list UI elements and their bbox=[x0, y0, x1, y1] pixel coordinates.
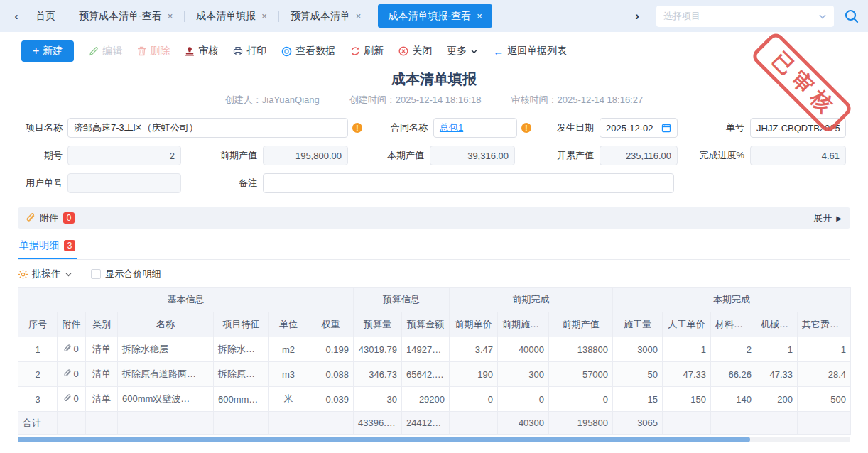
project-select-input[interactable] bbox=[663, 11, 818, 21]
print-button[interactable]: 打印 bbox=[233, 45, 266, 58]
progress-field[interactable] bbox=[750, 146, 846, 165]
col-unit: 单位 bbox=[269, 312, 308, 337]
group-header-row: 基本信息 预算信息 前期完成 本期完成 bbox=[18, 288, 851, 312]
paperclip-icon bbox=[64, 344, 72, 354]
col-seq: 序号 bbox=[18, 312, 58, 337]
col-other-price: 其它费单价 bbox=[798, 312, 851, 337]
progress-label: 完成进度% bbox=[693, 149, 744, 162]
doc-no-field[interactable] bbox=[750, 118, 846, 138]
detail-count-badge: 3 bbox=[64, 240, 75, 251]
remark-label: 备注 bbox=[213, 177, 257, 190]
col-weight: 权重 bbox=[308, 312, 354, 337]
creator-text: 创建人：JiaYuanQiang bbox=[225, 94, 320, 107]
paperclip-icon bbox=[64, 394, 72, 403]
table-row[interactable]: 2 0 清单 拆除原有道路两… 拆除原… m3 0.088 346.73 656… bbox=[18, 362, 851, 387]
audit-time-text: 审核时间：2025-12-14 18:16:27 bbox=[511, 94, 643, 107]
accum-output-label: 开累产值 bbox=[550, 149, 594, 162]
col-feature: 项目特征 bbox=[214, 312, 269, 337]
paperclip-icon bbox=[26, 213, 36, 224]
more-button[interactable]: 更多 bbox=[447, 45, 478, 58]
detail-tabs: 单据明细 3 bbox=[18, 239, 850, 260]
search-icon[interactable] bbox=[844, 9, 859, 24]
col-budget-qty: 预算量 bbox=[354, 312, 402, 337]
view-data-button[interactable]: 查看数据 bbox=[281, 45, 335, 58]
close-icon[interactable]: × bbox=[168, 11, 173, 21]
col-category: 类别 bbox=[86, 312, 118, 337]
current-output-field[interactable] bbox=[430, 146, 515, 165]
attachment-count-badge: 0 bbox=[63, 212, 75, 224]
scrollbar-thumb[interactable] bbox=[18, 437, 750, 442]
top-tab-bar: ‹ 首页 预算成本清单-查看× 成本清单填报× 预算成本清单× 成本清单填报-查… bbox=[0, 0, 868, 32]
stamp-icon bbox=[185, 46, 195, 56]
horizontal-scrollbar[interactable] bbox=[18, 437, 850, 442]
close-doc-button[interactable]: 关闭 bbox=[398, 45, 432, 58]
col-budget-amount: 预算金额 bbox=[402, 312, 450, 337]
table-row[interactable]: 1 0 清单 拆除水稳层 拆除水… m2 0.199 43019.79 1492… bbox=[18, 337, 851, 362]
edit-button[interactable]: 编辑 bbox=[89, 45, 122, 58]
group-prev-done: 前期完成 bbox=[450, 288, 613, 312]
prev-output-field[interactable] bbox=[263, 146, 348, 165]
doc-form: 项目名称 ! 合同名称 总包1 ! 发生日期 单号 期号 前期产值 本期产值 开… bbox=[0, 118, 868, 193]
chevron-left-icon[interactable]: ‹ bbox=[9, 10, 24, 22]
col-name: 名称 bbox=[118, 312, 214, 337]
project-select[interactable] bbox=[656, 6, 834, 27]
attachment-bar[interactable]: 附件 0 展开 ▶ bbox=[18, 207, 850, 229]
col-prev-price: 前期单价 bbox=[450, 312, 498, 337]
doc-no-label: 单号 bbox=[706, 121, 744, 134]
tab-budget-cost[interactable]: 预算成本清单× bbox=[279, 0, 373, 32]
refresh-button[interactable]: 刷新 bbox=[350, 45, 384, 58]
period-no-label: 期号 bbox=[18, 149, 63, 162]
info-icon[interactable]: ! bbox=[352, 123, 362, 133]
paperclip-icon bbox=[64, 369, 72, 378]
printer-icon bbox=[233, 46, 243, 56]
audit-button[interactable]: 审核 bbox=[185, 45, 218, 58]
chevron-down-icon bbox=[65, 271, 72, 278]
project-name-field[interactable] bbox=[67, 118, 348, 138]
triangle-right-icon: ▶ bbox=[836, 214, 842, 222]
attachment-label: 附件 bbox=[40, 212, 58, 224]
col-material-price: 材料单价 bbox=[711, 312, 756, 337]
contract-link[interactable]: 总包1 bbox=[440, 121, 463, 134]
accum-output-field[interactable] bbox=[600, 146, 678, 165]
refresh-icon bbox=[350, 46, 360, 56]
show-subtotal-checkbox[interactable]: 显示合价明细 bbox=[91, 268, 161, 280]
info-icon[interactable]: ! bbox=[521, 123, 531, 133]
trash-icon bbox=[137, 46, 146, 56]
app-window: ‹ 首页 预算成本清单-查看× 成本清单填报× 预算成本清单× 成本清单填报-查… bbox=[0, 0, 868, 453]
chevron-right-icon[interactable]: › bbox=[629, 9, 645, 23]
close-icon[interactable]: × bbox=[477, 11, 482, 21]
col-prev-qty: 前期施工量 bbox=[498, 312, 549, 337]
table-row[interactable]: 3 0 清单 600mm双壁波… 600mm… 米 0.039 30 29200… bbox=[18, 387, 851, 412]
close-icon[interactable]: × bbox=[356, 11, 362, 21]
period-no-field[interactable] bbox=[67, 146, 181, 165]
expand-button[interactable]: 展开 ▶ bbox=[813, 212, 842, 224]
tab-budget-cost-view[interactable]: 预算成本清单-查看× bbox=[67, 0, 184, 32]
pencil-icon bbox=[89, 46, 99, 56]
tab-cost-list-fill[interactable]: 成本清单填报× bbox=[185, 0, 278, 32]
checkbox-icon[interactable] bbox=[91, 269, 101, 279]
total-row: 合计 43396.520 244121.590 40300 195800 306… bbox=[18, 412, 851, 435]
batch-operation-button[interactable]: 批操作 bbox=[18, 268, 72, 280]
back-to-list-button[interactable]: ← 返回单据列表 bbox=[493, 45, 567, 58]
user-doc-no-field[interactable] bbox=[67, 173, 181, 193]
close-icon[interactable]: × bbox=[261, 11, 267, 21]
new-button[interactable]: + 新建 bbox=[21, 40, 74, 62]
detail-table: 基本信息 预算信息 前期完成 本期完成 序号 附件 类别 名称 项目特征 单位 … bbox=[18, 287, 850, 435]
toolbar: + 新建 编辑 删除 审核 打印 bbox=[0, 32, 868, 68]
user-doc-no-label: 用户单号 bbox=[18, 177, 63, 190]
delete-button[interactable]: 删除 bbox=[137, 45, 170, 58]
close-circle-icon bbox=[398, 46, 408, 56]
col-cur-qty: 施工量 bbox=[613, 312, 663, 337]
gear-icon bbox=[18, 269, 28, 280]
prev-output-label: 前期产值 bbox=[213, 149, 257, 162]
contract-name-field[interactable]: 总包1 bbox=[433, 118, 517, 138]
group-current-done: 本期完成 bbox=[613, 288, 851, 312]
tab-cost-list-fill-view-active[interactable]: 成本清单填报-查看× bbox=[378, 4, 492, 28]
tab-home[interactable]: 首页 bbox=[24, 0, 67, 32]
contract-name-label: 合同名称 bbox=[384, 121, 428, 134]
remark-field[interactable] bbox=[263, 173, 674, 193]
occur-date-field[interactable] bbox=[600, 118, 678, 138]
tab-detail[interactable]: 单据明细 3 bbox=[18, 239, 77, 259]
current-output-label: 本期产值 bbox=[380, 149, 424, 162]
calendar-icon[interactable] bbox=[661, 123, 671, 133]
